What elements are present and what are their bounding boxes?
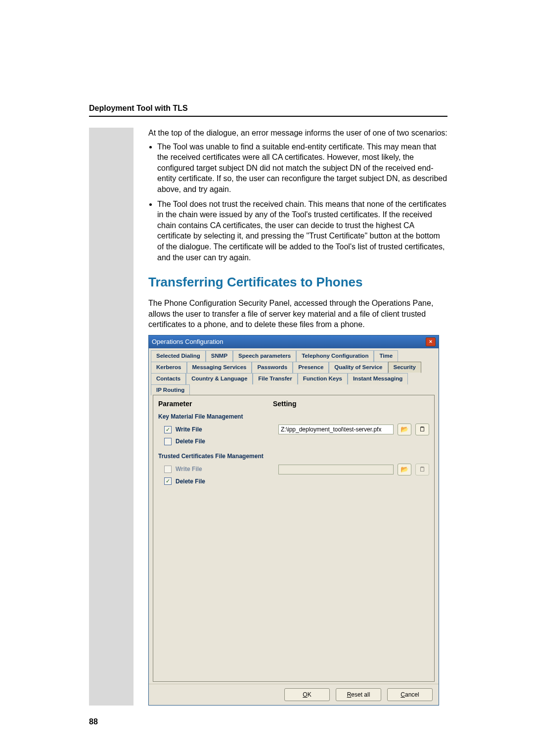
tab-country-language[interactable]: Country & Language [186,373,253,384]
security-panel: Parameter Setting Key Material File Mana… [153,395,435,682]
section-title: Deployment Tool with TLS [89,104,447,113]
trusted-delete-file-label: Delete File [176,477,274,485]
dialog-button-bar: OK Reset all Cancel [149,684,439,705]
column-setting: Setting [273,399,296,409]
view-file-icon: 🗒 [415,464,429,475]
tab-time[interactable]: Time [374,350,398,362]
browse-folder-icon[interactable]: 📂 [398,424,411,435]
tab-presence[interactable]: Presence [293,362,329,374]
ok-button[interactable]: OK [284,688,330,701]
trusted-write-file-label: Write File [176,465,274,473]
browse-folder-icon[interactable]: 📂 [398,464,411,475]
tab-security[interactable]: Security [388,362,421,374]
trusted-write-file-checkbox[interactable] [164,466,172,473]
dialog-title: Operations Configuration [152,337,223,346]
subsection-heading: Transferring Certificates to Phones [148,274,447,291]
close-icon[interactable]: × [426,337,436,346]
group-key-material: Key Material File Management [158,413,429,421]
panel-column-headers: Parameter Setting [158,399,429,409]
operations-configuration-dialog: Operations Configuration × Selected Dial… [148,335,439,706]
key-file-path-input[interactable]: Z:\ipp_deployment_tool\test-server.pfx [278,425,394,434]
trusted-file-path-input [278,465,394,474]
tab-kerberos[interactable]: Kerberos [151,362,187,374]
bullet-list: The Tool was unable to find a suitable e… [148,142,447,263]
dialog-titlebar: Operations Configuration × [149,335,439,348]
tab-function-keys[interactable]: Function Keys [298,373,348,384]
reset-all-button[interactable]: Reset all [336,688,381,701]
page-number: 88 [89,717,98,726]
tab-ip-routing[interactable]: IP Routing [151,384,190,396]
key-write-file-checkbox[interactable] [164,426,172,433]
section-rule [89,116,447,117]
list-item: The Tool was unable to find a suitable e… [157,142,447,195]
tab-passwords[interactable]: Passwords [252,362,293,374]
cancel-button[interactable]: Cancel [387,688,433,701]
column-parameter: Parameter [158,399,273,409]
subsection-paragraph: The Phone Configuration Security Panel, … [148,298,447,330]
tab-speech-parameters[interactable]: Speech parameters [233,350,296,362]
tab-strip: Selected Dialing SNMP Speech parameters … [149,348,439,682]
intro-paragraph: At the top of the dialogue, an error mes… [148,128,447,139]
view-file-icon[interactable]: 🗒 [415,424,429,435]
key-write-file-label: Write File [176,425,274,433]
trusted-delete-file-checkbox[interactable] [164,477,172,485]
left-gray-bar [89,128,134,706]
key-delete-file-label: Delete File [176,437,274,445]
tab-selected-dialing[interactable]: Selected Dialing [151,350,206,362]
tab-file-transfer[interactable]: File Transfer [253,373,297,384]
key-delete-file-checkbox[interactable] [164,438,172,445]
tab-messaging-services[interactable]: Messaging Services [187,362,252,374]
tab-contacts[interactable]: Contacts [151,373,186,384]
tab-snmp[interactable]: SNMP [206,350,233,362]
tab-instant-messaging[interactable]: Instant Messaging [348,373,408,384]
tab-telephony-configuration[interactable]: Telephony Configuration [296,350,374,362]
list-item: The Tool does not trust the received cha… [157,199,447,263]
group-trusted-certificates: Trusted Certificates File Management [158,452,429,460]
tab-quality-of-service[interactable]: Quality of Service [329,362,388,374]
